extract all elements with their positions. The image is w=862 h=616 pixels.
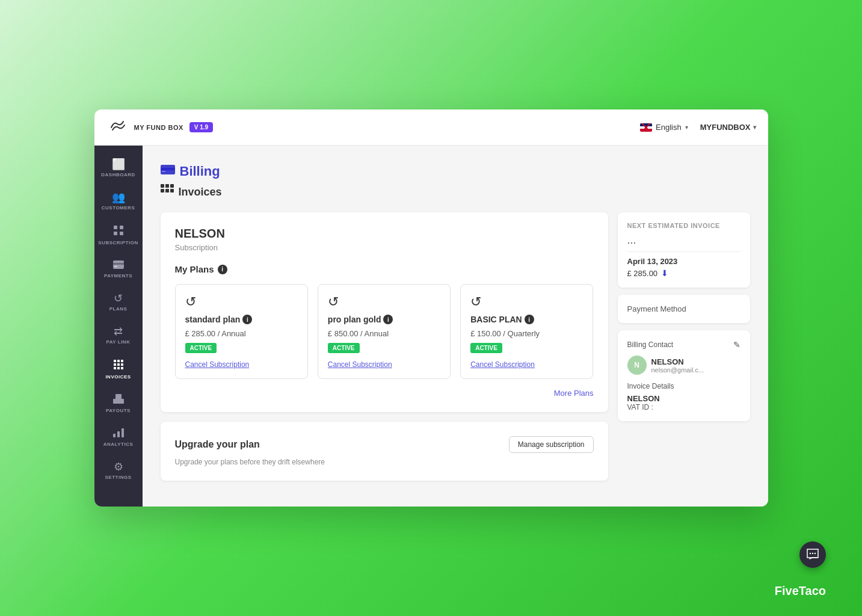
top-bar: MY FUND BOX V 1.9 English ▾ MYFUNDBOX ▾ [94,109,768,146]
plans-icon: ↺ [114,293,123,304]
sidebar-label-paylink: PAY LINK [106,339,131,345]
svg-rect-10 [114,363,116,366]
next-invoice-title: NEXT ESTIMATED INVOICE [627,222,740,229]
svg-rect-13 [114,367,116,369]
plan-name-3: BASIC PLAN i [470,315,583,324]
svg-rect-23 [162,171,165,172]
analytics-icon [113,428,124,439]
sidebar-item-dashboard[interactable]: ⬜ DASHBOARD [94,152,143,185]
plan-card-basic: ↺ BASIC PLAN i £ 150.00 / Quarterly ACTI… [460,284,593,379]
svg-rect-0 [114,226,117,229]
invoice-detail-name: NELSON [627,394,740,403]
contact-name: NELSON [651,357,704,366]
sidebar-label-plans: PLANS [109,306,128,312]
plan-refresh-icon-1: ↺ [185,294,298,310]
sidebar-item-settings[interactable]: ⚙ SETTINGS [94,454,143,487]
svg-rect-11 [117,363,120,366]
svg-rect-18 [113,434,115,437]
plan-refresh-icon-2: ↺ [328,294,440,310]
svg-rect-14 [117,367,120,369]
plan-status-2: ACTIVE [328,343,360,353]
invoice-details-title: Invoice Details [627,382,740,390]
next-invoice-card: NEXT ESTIMATED INVOICE ... April 13, 202… [618,212,750,288]
invoices-section-title: Invoices [161,184,750,200]
svg-rect-22 [161,168,175,170]
svg-rect-2 [120,226,123,229]
chat-button[interactable] [799,541,826,568]
billing-section: Billing Invoices [143,146,768,212]
svg-rect-25 [165,184,169,188]
app-name: MY FUND BOX [134,124,183,131]
sidebar-label-analytics: ANALYTICS [103,442,134,447]
plan-info-icon-1: i [242,315,252,324]
plan-status-1: ACTIVE [185,343,217,353]
svg-rect-20 [122,428,124,437]
sidebar-item-paylink[interactable]: ⇄ PAY LINK [94,319,143,352]
subscription-icon [113,225,124,238]
plan-price-3: £ 150.00 / Quarterly [470,329,583,338]
sidebar-item-payments[interactable]: PAYMENTS [94,253,143,286]
logo-icon [106,119,128,136]
svg-rect-12 [121,363,123,366]
payment-method-card: Payment Method [618,295,750,323]
language-chevron-icon: ▾ [685,124,688,131]
sidebar: ⬜ DASHBOARD 👥 CUSTOMERS SUBSCRIPTION PAY… [94,146,143,507]
sidebar-item-payouts[interactable]: PAYOUTS [94,387,143,420]
invoices-grid-icon [161,184,174,200]
svg-rect-26 [170,184,174,188]
contact-email: nelson@gmail.c... [651,366,704,374]
download-icon[interactable]: ⬇ [661,268,668,278]
plan-card-standard: ↺ standard plan i £ 285.00 / Annual ACTI… [175,284,308,379]
invoice-detail-vat: VAT ID : [627,403,740,411]
upgrade-sub: Upgrade your plans before they drift els… [175,458,594,466]
edit-icon[interactable]: ✎ [733,340,740,350]
customers-icon: 👥 [112,192,125,203]
cancel-subscription-2[interactable]: Cancel Subscription [328,360,440,369]
right-panel: NEXT ESTIMATED INVOICE ... April 13, 202… [618,212,750,488]
svg-rect-6 [114,266,117,267]
more-plans-link[interactable]: More Plans [175,389,594,398]
contact-details: NELSON nelson@gmail.c... [651,357,704,374]
sidebar-label-dashboard: DASHBOARD [101,172,135,177]
content-area: Billing Invoices NELSON Subscription [143,146,768,507]
plan-info-icon-3: i [525,315,534,324]
dashboard-icon: ⬜ [112,159,125,170]
cancel-subscription-3[interactable]: Cancel Subscription [470,360,583,369]
sidebar-item-invoices[interactable]: INVOICES [94,352,143,387]
user-menu[interactable]: MYFUNDBOX ▾ [700,123,756,132]
plan-info-icon-2: i [383,315,393,324]
sidebar-label-customers: CUSTOMERS [102,205,135,211]
left-panel: NELSON Subscription My Plans i ↺ standar [161,212,608,488]
plan-price-1: £ 285.00 / Annual [185,329,298,338]
invoices-icon [113,359,124,372]
payment-method-title: Payment Method [627,304,740,313]
sidebar-item-plans[interactable]: ↺ PLANS [94,286,143,319]
svg-point-30 [810,553,811,554]
plans-grid: ↺ standard plan i £ 285.00 / Annual ACTI… [175,284,594,379]
svg-rect-7 [114,360,116,362]
invoice-amount: £ 285.00 ⬇ [627,268,740,278]
svg-point-32 [814,553,816,554]
svg-rect-8 [117,360,120,362]
svg-rect-5 [113,263,124,265]
settings-icon: ⚙ [114,461,123,472]
svg-rect-27 [161,189,164,192]
manage-subscription-button[interactable]: Manage subscription [509,436,594,453]
language-selector[interactable]: English ▾ [640,123,688,132]
svg-rect-24 [161,184,164,188]
sidebar-label-subscription: SUBSCRIPTION [98,240,138,245]
svg-rect-28 [165,189,169,192]
billing-contact-header: Billing Contact ✎ [627,340,740,350]
plan-status-3: ACTIVE [470,343,502,353]
sidebar-item-customers[interactable]: 👥 CUSTOMERS [94,185,143,218]
cancel-subscription-1[interactable]: Cancel Subscription [185,360,298,369]
user-menu-chevron-icon: ▾ [753,124,756,131]
plan-card-pro: ↺ pro plan gold i £ 850.00 / Annual ACTI… [318,284,451,379]
sidebar-item-subscription[interactable]: SUBSCRIPTION [94,218,143,253]
logo-area: MY FUND BOX V 1.9 [106,119,214,136]
sidebar-item-analytics[interactable]: ANALYTICS [94,420,143,454]
svg-rect-1 [114,232,117,235]
invoice-date: April 13, 2023 [627,257,740,266]
svg-rect-9 [121,360,123,362]
top-bar-right: English ▾ MYFUNDBOX ▾ [640,123,756,132]
